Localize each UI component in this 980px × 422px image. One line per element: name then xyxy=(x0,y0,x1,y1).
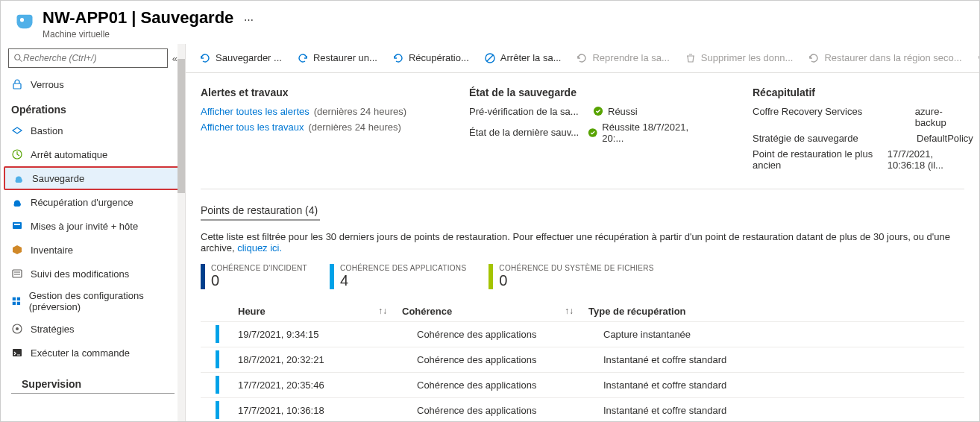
sidebar-item-verrous[interactable]: Verrous xyxy=(1,72,185,96)
row-indicator-icon xyxy=(216,401,219,419)
svg-line-16 xyxy=(487,55,493,61)
page-title: NW-APP01 | Sauvegarde xyxy=(43,8,233,28)
vault-link[interactable]: azure-backup xyxy=(915,106,973,128)
policy-link[interactable]: DefaultPolicy xyxy=(917,133,973,144)
sidebar-item-gestion[interactable]: Gestion des configurations (préversion) xyxy=(1,286,185,317)
svg-rect-11 xyxy=(17,302,20,305)
table-row[interactable]: 18/7/2021, 20:32:21Cohérence des applica… xyxy=(201,347,964,372)
sidebar-item-executer[interactable]: Exécuter la commande xyxy=(1,341,185,365)
sidebar-item-arret[interactable]: Arrêt automatique xyxy=(1,142,185,166)
policy-label: Stratégie de sauvegarde xyxy=(753,133,917,144)
sidebar-section-supervision: Supervision xyxy=(11,371,175,394)
updates-icon xyxy=(11,220,23,232)
sidebar-item-strategies[interactable]: Stratégies xyxy=(1,317,185,341)
svg-rect-3 xyxy=(13,84,21,89)
counter-bar-icon xyxy=(330,264,334,289)
stop-icon xyxy=(484,52,496,64)
sort-icon[interactable]: ↑↓ xyxy=(378,306,387,316)
sidebar-item-inventaire[interactable]: Inventaire xyxy=(1,238,185,262)
svg-rect-9 xyxy=(17,297,20,300)
sidebar-item-suivi[interactable]: Suivi des modifications xyxy=(1,262,185,286)
table-row[interactable]: 17/7/2021, 20:35:46Cohérence des applica… xyxy=(201,372,964,397)
row-indicator-icon xyxy=(216,376,219,394)
link-all-jobs[interactable]: Afficher tous les travaux xyxy=(201,122,304,133)
sidebar-item-mises[interactable]: Mises à jour invité + hôte xyxy=(1,214,185,238)
toolbar-arreter[interactable]: Arrêter la sa... xyxy=(478,46,568,70)
svg-rect-8 xyxy=(13,297,16,300)
precheck-value: Réussi xyxy=(608,106,638,117)
config-icon xyxy=(11,295,22,307)
svg-line-2 xyxy=(19,60,22,62)
lock-icon xyxy=(11,78,23,90)
svg-rect-7 xyxy=(13,270,22,277)
sidebar-item-label: Récupération d'urgence xyxy=(31,197,134,208)
sidebar-item-recup[interactable]: Récupération d'urgence xyxy=(1,190,185,214)
toolbar-sauvegarder[interactable]: Sauvegarder ... xyxy=(193,46,288,70)
success-icon xyxy=(588,127,597,138)
sidebar-section-operations: Opérations xyxy=(1,96,185,119)
sidebar-item-label: Gestion des configurations (préversion) xyxy=(29,290,175,312)
counter-incident: COHÉRENCE D'INCIDENT0 xyxy=(201,264,307,289)
table-row[interactable]: 17/7/2021, 10:36:18Cohérence des applica… xyxy=(201,397,964,422)
backup-state-title: État de la sauvegarde xyxy=(469,86,708,98)
search-input[interactable] xyxy=(23,53,163,63)
cell-type: Instantané et coffre standard xyxy=(603,380,964,391)
tracking-icon xyxy=(11,268,23,280)
toolbar-supprimer: Supprimer les donn... xyxy=(679,46,800,70)
cell-coherence: Cohérence des applications xyxy=(417,354,603,365)
sidebar-scrollbar-thumb[interactable] xyxy=(178,59,185,193)
svg-rect-5 xyxy=(13,222,22,229)
row-indicator-icon xyxy=(216,350,219,368)
delete-icon xyxy=(685,52,697,64)
cell-time: 17/7/2021, 20:35:46 xyxy=(238,380,417,391)
sidebar-item-label: Inventaire xyxy=(31,245,73,256)
table-row[interactable]: 19/7/2021, 9:34:15Cohérence des applicat… xyxy=(201,321,964,347)
counter-bar-icon xyxy=(489,264,493,289)
toolbar-restaurer[interactable]: Restaurer un... xyxy=(291,46,383,70)
svg-point-1 xyxy=(15,54,20,60)
cell-time: 17/7/2021, 10:36:18 xyxy=(238,405,417,416)
backup-icon xyxy=(13,172,25,184)
search-icon xyxy=(13,53,23,63)
svg-point-0 xyxy=(20,18,24,22)
resume-icon xyxy=(576,52,588,64)
filter-message: Cette liste est filtrée pour les 30 dern… xyxy=(201,231,964,253)
link-all-alerts[interactable]: Afficher toutes les alertes xyxy=(201,106,310,117)
sort-icon[interactable]: ↑↓ xyxy=(565,306,574,316)
sidebar-item-bastion[interactable]: Bastion xyxy=(1,119,185,142)
sidebar-item-sauvegarde[interactable]: Sauvegarde xyxy=(4,166,182,190)
backup-now-icon xyxy=(199,52,211,64)
precheck-label: Pré-vérification de la sa... xyxy=(469,106,588,117)
counter-filesystem: COHÉRENCE DU SYSTÈME DE FICHIERS0 xyxy=(489,264,653,289)
vm-icon xyxy=(14,11,35,32)
collapse-sidebar-icon[interactable]: « xyxy=(172,53,178,64)
sidebar-item-label: Bastion xyxy=(31,125,63,136)
inventory-icon xyxy=(11,244,23,256)
archive-link[interactable]: cliquez ici. xyxy=(237,242,282,253)
toolbar-recuperation[interactable]: Récupératio... xyxy=(386,46,475,70)
oldest-value: 17/7/2021, 10:36:18 (il... xyxy=(888,148,973,171)
cell-coherence: Cohérence des applications xyxy=(417,405,603,416)
sidebar-scrollbar[interactable] xyxy=(178,44,185,422)
page-subtitle: Machine virtuelle xyxy=(43,29,233,40)
clock-icon xyxy=(11,148,23,160)
col-type-header[interactable]: Type de récupération xyxy=(588,306,686,317)
sidebar-item-label: Sauvegarde xyxy=(32,173,84,184)
counter-applications: COHÉRENCE DES APPLICATIONS4 xyxy=(330,264,466,289)
more-icon[interactable]: ⋯ xyxy=(244,14,255,25)
cell-type: Instantané et coffre standard xyxy=(603,354,964,365)
bastion-icon xyxy=(11,125,23,136)
undo-icon xyxy=(977,52,979,64)
col-time-header[interactable]: Heure xyxy=(238,306,266,317)
alerts-title: Alertes et travaux xyxy=(201,86,424,98)
sidebar-item-label: Verrous xyxy=(31,79,64,90)
oldest-label: Point de restauration le plus ancien xyxy=(753,148,888,171)
search-input-wrapper[interactable] xyxy=(8,48,168,68)
toolbar-reprendre: Reprendre la sa... xyxy=(570,46,675,70)
title-underline xyxy=(201,219,320,221)
cell-coherence: Cohérence des applications xyxy=(417,329,603,340)
counter-bar-icon xyxy=(201,264,205,289)
sidebar-item-label: Mises à jour invité + hôte xyxy=(31,221,138,232)
divider xyxy=(201,189,964,189)
col-coherence-header[interactable]: Cohérence xyxy=(402,306,452,317)
